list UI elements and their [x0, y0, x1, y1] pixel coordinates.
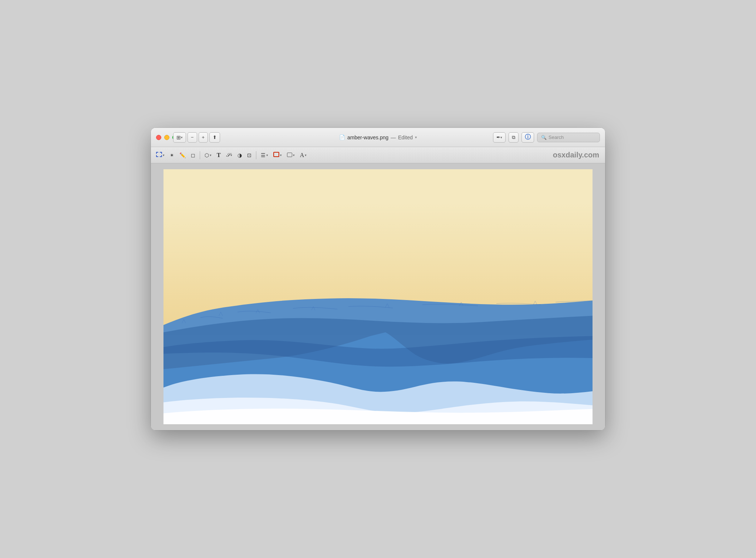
info-icon: ⓘ — [525, 133, 531, 141]
border-icon — [273, 152, 279, 158]
adjust-color-button[interactable]: ◑ — [235, 150, 244, 161]
search-box[interactable]: 🔍 Search — [537, 133, 600, 142]
sidebar-icon: ⊞ — [176, 135, 181, 140]
text-button[interactable]: T — [215, 150, 223, 161]
title-separator: — — [391, 135, 396, 140]
title-chevron[interactable]: ▾ — [415, 135, 417, 139]
pen-icon: ✒ — [496, 135, 500, 140]
sidebar-chevron: ▾ — [181, 136, 183, 139]
minimize-button[interactable] — [164, 135, 169, 140]
sketch-icon: ✏️ — [179, 152, 186, 158]
shapes-button[interactable]: ⬡ ▾ — [202, 150, 214, 161]
toolbar: ▾ ✴ ✏️ ◻ ⬡ ▾ T 𝒮 ▾ ◑ — [151, 147, 605, 163]
shapes-chevron: ▾ — [210, 153, 212, 157]
markup-chevron: ▾ — [500, 136, 502, 139]
select-rect-icon — [156, 152, 162, 158]
watermark: osxdaily.com — [553, 151, 599, 159]
titlebar: ⊞ ▾ − + ⬆ 📄 amber-waves.png — Edited ▾ ✒… — [151, 128, 605, 147]
titlebar-left-controls: ⊞ ▾ − + ⬆ — [173, 132, 220, 143]
border-button[interactable]: ▾ — [271, 150, 284, 161]
text-icon: T — [217, 152, 221, 159]
align-button[interactable]: ☰ ▾ — [259, 150, 270, 161]
shadow-button[interactable]: ▾ — [285, 150, 297, 161]
zoom-in-icon: + — [202, 135, 205, 140]
font-chevron: ▾ — [305, 153, 307, 157]
border-chevron: ▾ — [280, 153, 282, 157]
instant-alpha-icon: ✴ — [170, 152, 174, 158]
sign-icon: 𝒮 — [226, 152, 230, 158]
image-canvas — [163, 169, 593, 424]
zoom-out-icon: − — [191, 135, 194, 140]
zoom-in-button[interactable]: + — [199, 132, 208, 143]
align-chevron: ▾ — [266, 153, 268, 157]
eraser-button[interactable]: ◻ — [189, 150, 198, 161]
crop-button[interactable]: ⊡ — [245, 150, 254, 161]
sign-button[interactable]: 𝒮 ▾ — [224, 150, 234, 161]
shadow-icon — [287, 152, 292, 158]
search-icon: 🔍 — [541, 135, 547, 140]
info-button[interactable]: ⓘ — [522, 132, 534, 143]
landscape-layer — [163, 259, 593, 425]
shadow-chevron: ▾ — [293, 153, 295, 157]
main-window: ⊞ ▾ − + ⬆ 📄 amber-waves.png — Edited ▾ ✒… — [151, 128, 605, 430]
select-rect-chevron: ▾ — [163, 153, 165, 157]
titlebar-right-controls: ✒ ▾ ⧉ ⓘ 🔍 Search — [493, 132, 600, 143]
edited-label: Edited — [398, 135, 413, 140]
close-button[interactable] — [156, 135, 161, 140]
adjust-icon: ◑ — [237, 152, 242, 158]
search-placeholder: Search — [549, 135, 564, 140]
share-button[interactable]: ⬆ — [209, 132, 220, 143]
document-icon: 📄 — [339, 135, 345, 140]
sketch-button[interactable]: ✏️ — [177, 150, 188, 161]
canvas-area — [151, 163, 605, 430]
instant-alpha-button[interactable]: ✴ — [168, 150, 176, 161]
eraser-icon: ◻ — [191, 152, 195, 158]
title-center: 📄 amber-waves.png — Edited ▾ — [339, 135, 417, 140]
markup-button[interactable]: ✒ ▾ — [493, 132, 506, 143]
separator-1 — [200, 151, 200, 159]
window-title: amber-waves.png — [347, 135, 388, 140]
font-icon: A — [300, 152, 304, 159]
zoom-out-button[interactable]: − — [188, 132, 197, 143]
crop-icon: ⊡ — [247, 152, 252, 158]
duplicate-icon: ⧉ — [512, 135, 515, 140]
sidebar-toggle-button[interactable]: ⊞ ▾ — [173, 132, 186, 143]
font-button[interactable]: A ▾ — [298, 150, 309, 161]
select-rect-button[interactable]: ▾ — [154, 150, 167, 161]
share-icon: ⬆ — [213, 135, 217, 140]
sign-chevron: ▾ — [230, 153, 232, 157]
shapes-icon: ⬡ — [205, 152, 209, 158]
separator-2 — [256, 151, 256, 159]
duplicate-button[interactable]: ⧉ — [509, 132, 519, 143]
align-icon: ☰ — [261, 152, 266, 158]
